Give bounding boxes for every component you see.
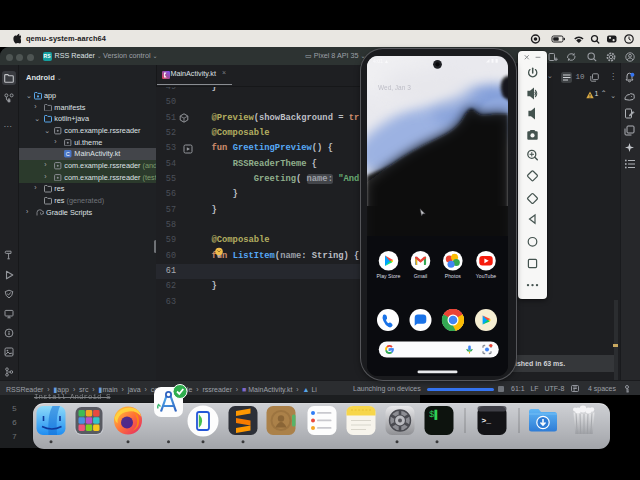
svg-text:$▌: $▌ <box>429 409 440 420</box>
svg-text:Photos: Photos <box>445 273 462 279</box>
svg-text:C: C <box>66 151 70 157</box>
svg-text:Wed, Jan 3: Wed, Jan 3 <box>378 84 411 91</box>
svg-text:Play Store: Play Store <box>377 273 401 279</box>
svg-text:>_: >_ <box>482 416 492 425</box>
svg-text:4:01 ▲: 4:01 ▲ <box>373 58 389 64</box>
svg-text:YouTube: YouTube <box>476 273 496 279</box>
svg-text:Gmail: Gmail <box>414 273 428 279</box>
